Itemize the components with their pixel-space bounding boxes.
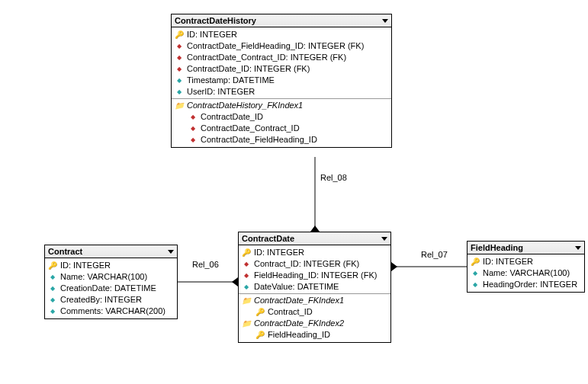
index-col-row: ◆ContractDate_Contract_ID: [172, 123, 391, 134]
col-row: ◆HeadingOrder: INTEGER: [468, 279, 584, 290]
index-col: ContractDate_ID: [201, 111, 263, 123]
key-icon: 🔑: [175, 29, 184, 40]
fk-icon: ◆: [188, 134, 198, 146]
fk-icon: ◆: [242, 270, 251, 281]
col-row: ◆DateValue: DATETIME: [239, 281, 390, 293]
col-row: ◆Name: VARCHAR(100): [468, 267, 584, 279]
col-row: ◆Name: VARCHAR(100): [45, 271, 177, 283]
col-text: Name: VARCHAR(100): [60, 271, 147, 283]
col-text: HeadingOrder: INTEGER: [483, 279, 577, 290]
col-text: CreatedBy: INTEGER: [60, 294, 142, 306]
col-row: 🔑ID: INTEGER: [172, 29, 391, 40]
col-icon: ◆: [48, 271, 57, 283]
entity-title[interactable]: ContractDate: [239, 232, 390, 245]
entity-title[interactable]: ContractDateHistory: [172, 14, 391, 27]
fk-icon: ◆: [175, 52, 184, 63]
index-col-row: ◆ContractDate_FieldHeading_ID: [172, 134, 391, 146]
index-row: 📁ContractDateHistory_FKIndex1: [172, 100, 391, 111]
fk-icon: ◆: [175, 63, 184, 75]
entity-title[interactable]: Contract: [45, 245, 177, 258]
index-icon: 📁: [242, 295, 251, 306]
rel08-label: Rel_08: [320, 173, 347, 182]
index-name: ContractDate_FKIndex2: [254, 318, 344, 329]
col-row: ◆CreationDate: DATETIME: [45, 283, 177, 294]
entity-title-text: FieldHeading: [471, 243, 523, 252]
index-col: ContractDate_Contract_ID: [201, 123, 300, 134]
rel07-label: Rel_07: [421, 250, 448, 259]
collapse-icon[interactable]: [168, 250, 174, 254]
collapse-icon[interactable]: [382, 19, 388, 23]
col-icon: ◆: [48, 294, 57, 306]
entity-contractdate[interactable]: ContractDate 🔑ID: INTEGER ◆Contract_ID: …: [238, 232, 391, 343]
col-icon: ◆: [471, 279, 480, 290]
col-row: ◆Comments: VARCHAR(200): [45, 306, 177, 317]
col-text: ContractDate_FieldHeading_ID: INTEGER (F…: [187, 40, 364, 52]
key-icon: 🔑: [255, 329, 265, 341]
collapse-icon[interactable]: [575, 246, 581, 250]
col-text: Contract_ID: INTEGER (FK): [254, 258, 359, 270]
rel06-label: Rel_06: [192, 260, 219, 269]
entity-rows: 🔑ID: INTEGER ◆ContractDate_FieldHeading_…: [172, 27, 391, 147]
col-row: ◆ContractDate_FieldHeading_ID: INTEGER (…: [172, 40, 391, 52]
entity-contract[interactable]: Contract 🔑ID: INTEGER ◆Name: VARCHAR(100…: [44, 245, 178, 319]
entity-title[interactable]: FieldHeading: [468, 242, 584, 254]
index-name: ContractDate_FKIndex1: [254, 295, 344, 306]
col-text: Timestamp: DATETIME: [187, 75, 275, 86]
collapse-icon[interactable]: [381, 237, 387, 241]
col-text: ContractDate_Contract_ID: INTEGER (FK): [187, 52, 346, 63]
index-col: FieldHeading_ID: [268, 329, 330, 341]
col-row: ◆Contract_ID: INTEGER (FK): [239, 258, 390, 270]
col-row: 🔑ID: INTEGER: [45, 260, 177, 271]
col-row: ◆ContractDate_ID: INTEGER (FK): [172, 63, 391, 75]
col-text: ID: INTEGER: [60, 260, 111, 271]
col-icon: ◆: [471, 267, 480, 279]
key-icon: 🔑: [242, 247, 251, 258]
col-row: 🔑ID: INTEGER: [468, 256, 584, 267]
fk-icon: ◆: [242, 258, 251, 270]
col-icon: ◆: [48, 283, 57, 294]
col-text: Comments: VARCHAR(200): [60, 306, 165, 317]
col-text: ID: INTEGER: [254, 247, 304, 258]
index-row: 📁ContractDate_FKIndex2: [239, 318, 390, 329]
entity-rows: 🔑ID: INTEGER ◆Name: VARCHAR(100) ◆Headin…: [468, 254, 584, 292]
entity-rows: 🔑ID: INTEGER ◆Name: VARCHAR(100) ◆Creati…: [45, 258, 177, 318]
col-text: ID: INTEGER: [483, 256, 533, 267]
fk-icon: ◆: [175, 40, 184, 52]
entity-rows: 🔑ID: INTEGER ◆Contract_ID: INTEGER (FK) …: [239, 245, 390, 342]
entity-title-text: Contract: [48, 247, 82, 256]
key-icon: 🔑: [255, 306, 265, 318]
col-text: ID: INTEGER: [187, 29, 237, 40]
col-text: UserID: INTEGER: [187, 86, 255, 98]
col-row: ◆UserID: INTEGER: [172, 86, 391, 98]
col-icon: ◆: [175, 75, 184, 86]
entity-title-text: ContractDate: [242, 234, 294, 243]
index-col-row: 🔑FieldHeading_ID: [239, 329, 390, 341]
index-col: Contract_ID: [268, 306, 313, 318]
index-col: ContractDate_FieldHeading_ID: [201, 134, 317, 146]
entity-title-text: ContractDateHistory: [175, 16, 256, 25]
index-row: 📁ContractDate_FKIndex1: [239, 295, 390, 306]
col-row: ◆FieldHeading_ID: INTEGER (FK): [239, 270, 390, 281]
entity-contractdatehistory[interactable]: ContractDateHistory 🔑ID: INTEGER ◆Contra…: [171, 14, 392, 148]
col-text: FieldHeading_ID: INTEGER (FK): [254, 270, 377, 281]
index-col-row: ◆ContractDate_ID: [172, 111, 391, 123]
col-text: ContractDate_ID: INTEGER (FK): [187, 63, 310, 75]
col-text: Name: VARCHAR(100): [483, 267, 570, 279]
fk-icon: ◆: [188, 111, 198, 123]
key-icon: 🔑: [48, 260, 57, 271]
col-row: 🔑ID: INTEGER: [239, 247, 390, 258]
col-icon: ◆: [175, 86, 184, 98]
col-icon: ◆: [48, 306, 57, 317]
fk-icon: ◆: [188, 123, 198, 134]
col-row: ◆CreatedBy: INTEGER: [45, 294, 177, 306]
col-row: ◆Timestamp: DATETIME: [172, 75, 391, 86]
entity-fieldheading[interactable]: FieldHeading 🔑ID: INTEGER ◆Name: VARCHAR…: [467, 241, 585, 293]
col-icon: ◆: [242, 281, 251, 293]
index-icon: 📁: [242, 318, 251, 329]
col-row: ◆ContractDate_Contract_ID: INTEGER (FK): [172, 52, 391, 63]
index-name: ContractDateHistory_FKIndex1: [187, 100, 303, 111]
key-icon: 🔑: [471, 256, 480, 267]
col-text: DateValue: DATETIME: [254, 281, 339, 293]
col-text: CreationDate: DATETIME: [60, 283, 156, 294]
index-col-row: 🔑Contract_ID: [239, 306, 390, 318]
